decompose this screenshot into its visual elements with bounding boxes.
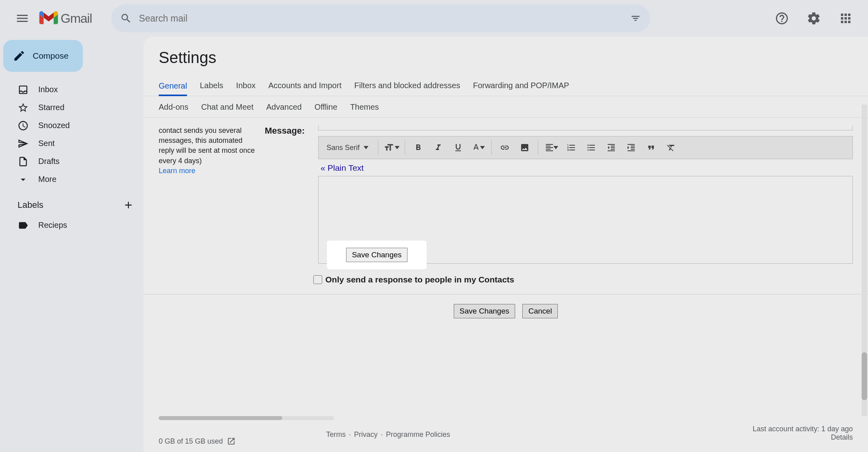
inbox-icon (18, 84, 29, 95)
details-link[interactable]: Details (753, 433, 853, 442)
page-title: Settings (144, 44, 868, 75)
sidebar-item-sent[interactable]: Sent (3, 134, 144, 152)
sidebar-item-starred[interactable]: Starred (3, 99, 144, 116)
sidebar-label: Drafts (38, 157, 59, 166)
sidebar-item-more[interactable]: More (3, 170, 144, 188)
label-icon (18, 220, 29, 231)
font-size-select[interactable] (382, 140, 401, 156)
vertical-scrollbar[interactable] (862, 105, 867, 416)
subject-input-edge[interactable] (318, 126, 853, 130)
cancel-button[interactable]: Cancel (522, 304, 558, 318)
horizontal-scrollbar[interactable] (159, 416, 334, 420)
open-in-new-icon[interactable] (227, 437, 236, 446)
settings-tabs-row1: General Labels Inbox Accounts and Import… (144, 75, 868, 96)
tab-addons[interactable]: Add-ons (159, 103, 189, 117)
sidebar-item-snoozed[interactable]: Snoozed (3, 116, 144, 134)
contacts-only-checkbox[interactable] (313, 275, 322, 284)
tab-advanced[interactable]: Advanced (266, 103, 302, 117)
sidebar-label: Recieps (38, 221, 67, 230)
sidebar-label: Inbox (38, 85, 58, 94)
indent-more-button[interactable] (622, 140, 640, 156)
settings-icon[interactable] (800, 5, 827, 32)
search-options-icon[interactable] (630, 12, 642, 24)
tab-themes[interactable]: Themes (350, 103, 379, 117)
compose-button[interactable]: Compose (3, 40, 83, 72)
tab-forwarding[interactable]: Forwarding and POP/IMAP (473, 81, 569, 96)
clock-icon (18, 120, 29, 131)
main-menu-icon[interactable] (9, 5, 36, 32)
format-toolbar: Sans Serif (318, 136, 853, 159)
settings-tabs-row2: Add-ons Chat and Meet Advanced Offline T… (144, 96, 868, 118)
sidebar-item-drafts[interactable]: Drafts (3, 152, 144, 170)
tab-inbox[interactable]: Inbox (236, 81, 256, 96)
add-label-icon[interactable] (123, 199, 134, 211)
sidebar-label: Starred (38, 103, 65, 112)
image-button[interactable] (516, 140, 534, 156)
message-label: Message: (265, 126, 309, 136)
bold-button[interactable] (409, 140, 427, 156)
account-activity: Last account activity: 1 day ago (753, 425, 853, 433)
search-icon (120, 12, 132, 24)
draft-icon (18, 156, 29, 167)
text-color-button[interactable] (469, 140, 487, 156)
star-icon (18, 102, 29, 113)
search-input[interactable] (139, 13, 622, 24)
tab-accounts[interactable]: Accounts and Import (268, 81, 341, 96)
send-icon (18, 138, 29, 149)
learn-more-link[interactable]: Learn more (159, 167, 195, 175)
apps-icon[interactable] (832, 5, 859, 32)
sidebar-item-inbox[interactable]: Inbox (3, 81, 144, 99)
italic-button[interactable] (429, 140, 447, 156)
tab-filters[interactable]: Filters and blocked addresses (354, 81, 460, 96)
contacts-only-label: Only send a response to people in my Con… (325, 275, 514, 284)
remove-format-button[interactable] (662, 140, 680, 156)
save-highlight: Save Changes (327, 241, 427, 269)
gmail-logo[interactable]: Gmail (39, 11, 92, 26)
underline-button[interactable] (449, 140, 467, 156)
sidebar-label: More (38, 175, 57, 184)
save-changes-button-highlight[interactable]: Save Changes (346, 248, 408, 262)
link-button[interactable] (496, 140, 514, 156)
support-icon[interactable] (768, 5, 795, 32)
numbered-list-button[interactable] (562, 140, 581, 156)
divider (144, 294, 868, 294)
sidebar-label: Sent (38, 139, 55, 148)
tab-offline[interactable]: Offline (315, 103, 337, 117)
sidebar-label: Snoozed (38, 121, 70, 130)
logo-text: Gmail (61, 11, 92, 26)
tab-general[interactable]: General (159, 81, 187, 96)
labels-heading: Labels (18, 200, 43, 210)
plain-text-link[interactable]: « Plain Text (321, 163, 364, 173)
tab-labels[interactable]: Labels (200, 81, 223, 96)
chevron-down-icon (18, 174, 29, 185)
storage-text: 0 GB of 15 GB used (159, 437, 223, 446)
terms-link[interactable]: Terms (326, 430, 346, 439)
align-button[interactable] (542, 140, 561, 156)
search-bar[interactable] (111, 4, 650, 32)
save-changes-button[interactable]: Save Changes (454, 304, 516, 318)
footer-links: Terms · Privacy · Programme Policies (326, 430, 450, 439)
tab-chat[interactable]: Chat and Meet (201, 103, 254, 117)
vacation-desc: contact sends you several messages, this… (159, 126, 255, 176)
bullet-list-button[interactable] (582, 140, 600, 156)
font-family-select[interactable]: Sans Serif (323, 140, 374, 156)
policies-link[interactable]: Programme Policies (386, 430, 450, 439)
quote-button[interactable] (642, 140, 660, 156)
compose-label: Compose (33, 51, 69, 61)
compose-icon (13, 49, 26, 62)
sidebar-label-recieps[interactable]: Recieps (3, 216, 144, 234)
indent-less-button[interactable] (602, 140, 620, 156)
privacy-link[interactable]: Privacy (354, 430, 378, 439)
